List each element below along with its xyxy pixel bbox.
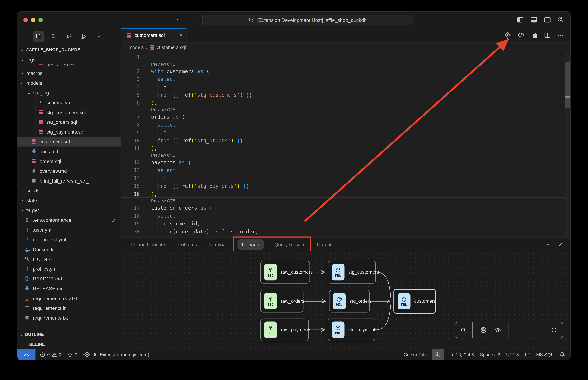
tree-file-customers-sql[interactable]: customers.sql — [17, 137, 121, 147]
lineage-node-stg_payments[interactable]: MDL stg_payments — [328, 319, 375, 341]
activity-run-debug[interactable] — [79, 31, 90, 42]
code-line-18[interactable]: 18 select — [121, 212, 565, 220]
tree-folder-target[interactable]: ›target — [17, 205, 121, 215]
panel-tab-lineage[interactable]: Lineage — [237, 239, 264, 249]
more-actions-icon[interactable] — [557, 34, 564, 37]
code-line-11[interactable]: 11), — [121, 144, 565, 152]
breadcrumb[interactable]: models › customers.sql — [121, 42, 570, 52]
tree-file--env-conformance[interactable]: $.env.conformance⊘ — [17, 215, 121, 225]
statusbar-problems[interactable]: 00 — [40, 352, 61, 357]
sidebar-section-timeline[interactable]: ›TIMELINE — [17, 339, 121, 349]
tree-file-schema-yml[interactable]: !schema.yml — [17, 97, 121, 107]
activity-more-views[interactable] — [94, 31, 105, 42]
code-line-8[interactable]: 8 select — [121, 120, 565, 128]
tree-file-dbt-project-yml[interactable]: !dbt_project.yml — [17, 235, 121, 244]
lineage-graph[interactable]: SED raw_customersMDL stg_customersSED ra… — [121, 251, 570, 349]
code-line-10[interactable]: 10 from {{ ref('stg_orders') }} — [121, 136, 565, 144]
tree-folder-models[interactable]: ⌄models — [17, 78, 121, 88]
refresh-icon[interactable] — [551, 327, 557, 333]
lineage-node-raw_orders[interactable]: SED raw_orders — [261, 290, 303, 313]
tree-file-query-log-sql[interactable]: query_log.sql — [17, 64, 121, 68]
statusbar-zoom-indicator[interactable] — [432, 349, 444, 360]
tree-file-dockerfile[interactable]: Dockerfile — [17, 244, 121, 254]
panel-tab-problems[interactable]: Problems — [175, 239, 198, 249]
panel-tab-output[interactable]: Output — [316, 239, 332, 249]
code-editor[interactable]: 1Preview CTE2with customers as (3 select… — [121, 52, 570, 237]
code-line-7[interactable]: 7orders as ( — [121, 113, 565, 120]
code-line-14[interactable]: 14 * — [121, 174, 565, 182]
close-window-button[interactable] — [23, 18, 28, 22]
tree-file-release-md[interactable]: RELEASE.md — [17, 284, 121, 293]
tree-file-query-log-partial[interactable]: query_log.sql — [17, 64, 121, 68]
statusbar-eol[interactable]: LF — [525, 352, 530, 357]
lineage-node-stg_orders[interactable]: MDL stg_orders — [329, 290, 370, 313]
statusbar-cursor-tab[interactable]: Cursor Tab — [404, 352, 426, 357]
forward-icon[interactable]: → — [188, 16, 195, 22]
code-line-20[interactable]: 20 min(order_date) as first_order, — [121, 228, 565, 235]
code-line-15[interactable]: 15 from {{ ref('stg_payments') }} — [121, 182, 565, 190]
dbt-icon[interactable] — [504, 32, 511, 39]
zoom-out-icon[interactable]: − — [531, 326, 535, 334]
breadcrumb-file[interactable]: customers.sql — [157, 45, 186, 50]
gear-icon[interactable] — [557, 16, 565, 24]
tree-file-stg-payments-sql[interactable]: stg_payments.sql — [17, 127, 121, 137]
codelens-preview-cte[interactable]: Preview CTE — [121, 61, 565, 67]
lineage-node-customers[interactable]: MDL customers — [393, 289, 436, 314]
code-line-1[interactable]: 1 — [121, 53, 565, 61]
codelens-preview-cte[interactable]: Preview CTE — [121, 198, 565, 204]
panel-tab-query-results[interactable]: Query Results — [274, 239, 306, 249]
tree-folder-macros[interactable]: ›macros — [17, 68, 121, 78]
code-line-12[interactable]: 12payments as ( — [121, 158, 565, 166]
tree-folder-seeds[interactable]: ›seeds — [17, 186, 121, 195]
editor-scrollbar[interactable] — [565, 52, 570, 237]
statusbar-notifications[interactable] — [559, 352, 565, 357]
code-line-5[interactable]: 5 from {{ ref('stg_customers') }} — [121, 91, 565, 99]
code-line-17[interactable]: 17customer_orders as ( — [121, 204, 565, 211]
eye-icon[interactable] — [494, 327, 501, 333]
code-line-13[interactable]: 13 select — [121, 166, 565, 174]
statusbar-dbt-extension[interactable]: dbt Extension (unregistered) — [83, 351, 149, 358]
tree-file-profiles-yml[interactable]: !profiles.yml — [17, 264, 121, 274]
close-tab-icon[interactable]: × — [180, 32, 182, 38]
aperture-icon[interactable] — [480, 327, 487, 333]
breadcrumb-folder[interactable]: models — [129, 45, 144, 50]
minimize-window-button[interactable] — [31, 18, 35, 22]
code-line-16[interactable]: 16), — [121, 190, 565, 198]
project-root[interactable]: ⌄JAFFLE_SHOP_DUCKDB — [17, 45, 121, 55]
panel-tab-terminal[interactable]: Terminal — [208, 239, 228, 249]
tree-file-overview-md[interactable]: overview.md — [17, 166, 121, 176]
tree-file-requirements-dev-txt[interactable]: requirements-dev.txt — [17, 293, 121, 303]
lineage-node-stg_customers[interactable]: MDL stg_customers — [328, 261, 376, 284]
tree-file-stg-customers-sql[interactable]: stg_customers.sql — [17, 107, 121, 117]
tree-file-readme-md[interactable]: README.md — [17, 274, 121, 284]
code-line-3[interactable]: 3 select — [121, 75, 565, 83]
tree-file-license[interactable]: LICENSE — [17, 254, 121, 264]
tree-file-print-full-refresh-sql-[interactable]: print_full_refresh._sql_ — [17, 176, 121, 186]
tab-customers-sql[interactable]: customers.sql × — [121, 28, 187, 42]
zoom-window-button[interactable] — [39, 18, 43, 22]
layout-sidebar-left-icon[interactable] — [516, 16, 524, 24]
tree-file-requirements-in[interactable]: requirements.in — [17, 303, 121, 313]
tree-folder-state[interactable]: ›state — [17, 195, 121, 205]
activity-source-control[interactable] — [63, 31, 75, 42]
remote-indicator[interactable]: >< — [17, 349, 36, 360]
statusbar-cursor-position[interactable]: Ln 16, Col 3 — [449, 352, 474, 357]
scrollbar-thumb[interactable] — [565, 62, 570, 108]
code-icon[interactable] — [518, 32, 525, 38]
code-line-19[interactable]: 19 customer_id, — [121, 220, 565, 227]
codelens-preview-cte[interactable]: Preview CTE — [121, 107, 565, 113]
zoom-in-icon[interactable]: + — [518, 326, 522, 334]
tree-file-requirements-txt[interactable]: requirements.txt — [17, 313, 121, 323]
statusbar-language-mode[interactable]: MS SQL — [536, 352, 553, 357]
activity-explorer[interactable] — [33, 31, 45, 42]
lineage-node-raw_customers[interactable]: SED raw_customers — [261, 261, 310, 284]
command-center-search[interactable]: [Extension Development Host] jaffle_shop… — [202, 15, 413, 25]
back-icon[interactable]: ← — [176, 16, 182, 22]
tree-folder-logs[interactable]: ⌄logs — [17, 55, 121, 64]
tree-file-stg-orders-sql[interactable]: stg_orders.sql — [17, 117, 121, 127]
chevron-up-icon[interactable] — [546, 242, 551, 247]
split-editor-icon[interactable] — [544, 32, 551, 38]
search-icon[interactable] — [461, 327, 466, 333]
tree-folder-staging[interactable]: ⌄staging — [17, 88, 121, 97]
query-results-icon[interactable] — [531, 32, 538, 38]
